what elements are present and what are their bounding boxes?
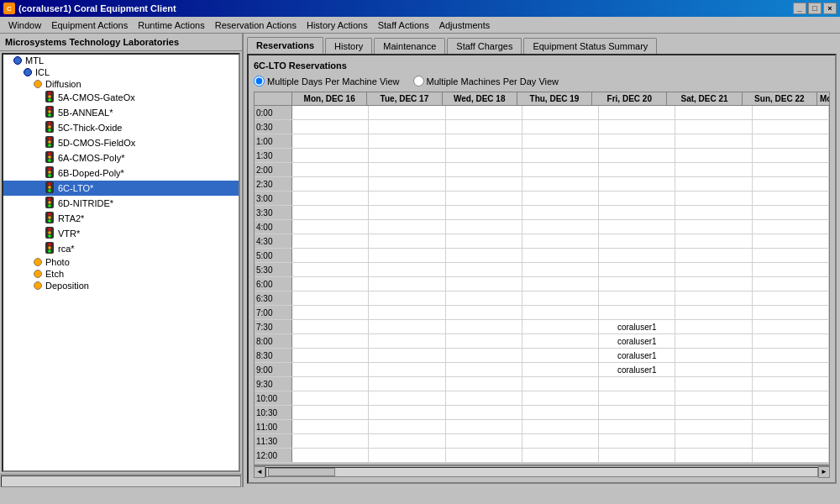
empty-cell[interactable] [599,406,675,419]
empty-cell[interactable] [292,149,369,162]
empty-cell[interactable] [522,263,599,276]
tree-item-6a-cmos-poly[interactable]: 6A-CMOS-Poly* [3,150,239,165]
empty-cell[interactable] [753,449,829,462]
empty-cell[interactable] [446,449,522,462]
empty-cell[interactable] [522,334,599,348]
empty-cell[interactable] [753,277,829,291]
empty-cell[interactable] [675,377,752,391]
empty-cell[interactable] [369,434,445,448]
grid-body[interactable]: 0:000:301:001:302:002:303:003:304:004:30… [255,106,829,465]
scrollbar-track[interactable] [265,467,818,477]
empty-cell[interactable] [599,234,675,248]
empty-cell[interactable] [292,291,369,305]
menu-staff-actions[interactable]: Staff Actions [373,18,434,32]
empty-cell[interactable] [446,334,522,348]
empty-cell[interactable] [292,263,369,276]
empty-cell[interactable] [369,277,445,291]
empty-cell[interactable] [369,177,445,191]
empty-cell[interactable] [292,134,369,148]
empty-cell[interactable] [753,192,829,205]
empty-cell[interactable] [675,234,752,248]
empty-cell[interactable] [599,377,675,391]
tree-item-icl[interactable]: ICL [3,66,239,78]
minimize-button[interactable]: _ [793,3,806,14]
empty-cell[interactable] [446,134,522,148]
empty-cell[interactable] [292,377,369,391]
maximize-button[interactable]: □ [808,3,822,14]
empty-cell[interactable] [522,306,599,319]
empty-cell[interactable] [369,391,445,405]
empty-cell[interactable] [369,249,445,262]
empty-cell[interactable] [675,306,752,319]
tree-item-6c-lto[interactable]: 6C-LTO* [3,181,239,196]
empty-cell[interactable] [753,434,829,448]
empty-cell[interactable] [292,306,369,319]
empty-cell[interactable] [599,134,675,148]
empty-cell[interactable] [599,449,675,462]
empty-cell[interactable] [675,334,752,348]
empty-cell[interactable] [369,377,445,391]
empty-cell[interactable] [675,349,752,362]
tree-item-6b-doped-poly[interactable]: 6B-Doped-Poly* [3,165,239,181]
tab-maintenance[interactable]: Maintenance [374,38,445,54]
empty-cell[interactable] [675,177,752,191]
tree-item-5d-cmos-fieldox[interactable]: 5D-CMOS-FieldOx [3,135,239,150]
empty-cell[interactable] [446,363,522,376]
empty-cell[interactable] [753,163,829,176]
empty-cell[interactable] [292,120,369,134]
empty-cell[interactable] [369,320,445,333]
reservation-cell[interactable]: coraluser1 [599,334,675,348]
empty-cell[interactable] [292,320,369,333]
empty-cell[interactable] [369,234,445,248]
close-button[interactable]: × [823,3,837,14]
empty-cell[interactable] [522,120,599,134]
empty-cell[interactable] [675,391,752,405]
empty-cell[interactable] [292,163,369,176]
tree-item-rca[interactable]: rca* [3,241,239,256]
empty-cell[interactable] [599,220,675,234]
empty-cell[interactable] [675,406,752,419]
empty-cell[interactable] [753,234,829,248]
empty-cell[interactable] [599,177,675,191]
empty-cell[interactable] [599,263,675,276]
empty-cell[interactable] [369,106,445,119]
tree-item-vtr[interactable]: VTR* [3,226,239,241]
empty-cell[interactable] [522,177,599,191]
empty-cell[interactable] [369,120,445,134]
empty-cell[interactable] [522,320,599,333]
empty-cell[interactable] [522,163,599,176]
empty-cell[interactable] [675,449,752,462]
empty-cell[interactable] [446,377,522,391]
empty-cell[interactable] [599,249,675,262]
empty-cell[interactable] [522,249,599,262]
empty-cell[interactable] [599,434,675,448]
empty-cell[interactable] [599,420,675,433]
empty-cell[interactable] [522,434,599,448]
empty-cell[interactable] [446,220,522,234]
tree-item-deposition[interactable]: Deposition [3,280,239,291]
empty-cell[interactable] [522,391,599,405]
empty-cell[interactable] [675,149,752,162]
empty-cell[interactable] [753,320,829,333]
empty-cell[interactable] [753,134,829,148]
tree-item-diffusion[interactable]: Diffusion [3,78,239,90]
empty-cell[interactable] [292,249,369,262]
empty-cell[interactable] [446,163,522,176]
empty-cell[interactable] [446,206,522,219]
empty-cell[interactable] [753,206,829,219]
empty-cell[interactable] [675,249,752,262]
empty-cell[interactable] [599,291,675,305]
empty-cell[interactable] [446,291,522,305]
empty-cell[interactable] [369,306,445,319]
tab-reservations[interactable]: Reservations [247,37,323,54]
empty-cell[interactable] [753,263,829,276]
empty-cell[interactable] [369,349,445,362]
empty-cell[interactable] [522,206,599,219]
empty-cell[interactable] [369,406,445,419]
empty-cell[interactable] [369,206,445,219]
empty-cell[interactable] [292,420,369,433]
empty-cell[interactable] [599,306,675,319]
empty-cell[interactable] [446,434,522,448]
tree-item-photo[interactable]: Photo [3,256,239,268]
empty-cell[interactable] [292,177,369,191]
